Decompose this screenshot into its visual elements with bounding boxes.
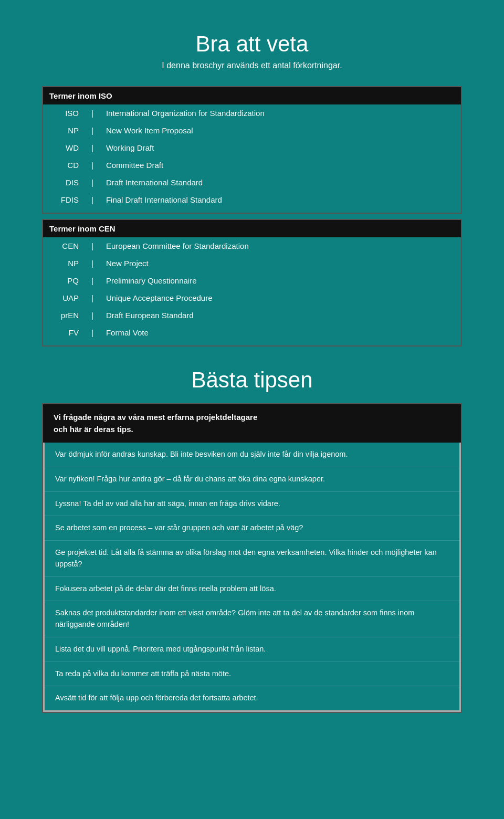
table-row: DIS | Draft International Standard bbox=[43, 174, 461, 191]
tip-item-2: Var nyfiken! Fråga hur andra gör – då få… bbox=[45, 467, 459, 492]
tips-section: Bästa tipsen Vi frågade några av våra me… bbox=[42, 368, 462, 713]
iso-terms-table: Termer inom ISO ISO | International Orga… bbox=[43, 87, 461, 208]
cen-table-header: Termer inom CEN bbox=[43, 220, 461, 237]
iso-abbr-wd: WD bbox=[43, 139, 85, 156]
cen-def-pren: Draft European Standard bbox=[100, 307, 461, 324]
page-title: Bra att veta bbox=[42, 32, 462, 57]
iso-abbr-fdis: FDIS bbox=[43, 191, 85, 208]
cen-terms-section: Termer inom CEN CEN | European Committee… bbox=[42, 219, 462, 346]
tip-item-7: Saknas det produktstandarder inom ett vi… bbox=[45, 601, 459, 637]
cen-abbr-fv: FV bbox=[43, 324, 85, 341]
iso-table-header: Termer inom ISO bbox=[43, 87, 461, 104]
iso-terms-section: Termer inom ISO ISO | International Orga… bbox=[42, 86, 462, 214]
tip-item-10: Avsätt tid för att följa upp och förbere… bbox=[45, 686, 459, 710]
table-row: NP | New Project bbox=[43, 255, 461, 272]
iso-def-wd: Working Draft bbox=[100, 139, 461, 156]
iso-abbr-iso: ISO bbox=[43, 104, 85, 122]
iso-def-np: New Work Item Proposal bbox=[100, 122, 461, 139]
tips-box: Vi frågade några av våra mest erfarna pr… bbox=[42, 403, 462, 713]
table-row: UAP | Unique Acceptance Procedure bbox=[43, 289, 461, 307]
iso-def-fdis: Final Draft International Standard bbox=[100, 191, 461, 208]
cen-abbr-cen: CEN bbox=[43, 237, 85, 255]
table-row: WD | Working Draft bbox=[43, 139, 461, 156]
tip-item-9: Ta reda på vilka du kommer att träffa på… bbox=[45, 662, 459, 687]
cen-abbr-np: NP bbox=[43, 255, 85, 272]
table-row: PQ | Preliminary Questionnaire bbox=[43, 272, 461, 289]
page-wrapper: Bra att veta I denna broschyr används et… bbox=[0, 0, 504, 744]
cen-terms-table: Termer inom CEN CEN | European Committee… bbox=[43, 220, 461, 341]
cen-def-pq: Preliminary Questionnaire bbox=[100, 272, 461, 289]
table-row: FV | Formal Vote bbox=[43, 324, 461, 341]
cen-abbr-pren: prEN bbox=[43, 307, 85, 324]
tips-content: Var ödmjuk inför andras kunskap. Bli int… bbox=[43, 443, 461, 712]
iso-def-iso: International Organization for Standardi… bbox=[100, 104, 461, 122]
table-row: FDIS | Final Draft International Standar… bbox=[43, 191, 461, 208]
cen-def-fv: Formal Vote bbox=[100, 324, 461, 341]
table-row: NP | New Work Item Proposal bbox=[43, 122, 461, 139]
table-row: CEN | European Committee for Standardiza… bbox=[43, 237, 461, 255]
header-section: Bra att veta I denna broschyr används et… bbox=[42, 32, 462, 70]
tip-item-5: Ge projektet tid. Låt alla få stämma av … bbox=[45, 541, 459, 577]
iso-abbr-cd: CD bbox=[43, 156, 85, 174]
tips-title: Bästa tipsen bbox=[42, 368, 462, 393]
tip-item-8: Lista det du vill uppnå. Prioritera med … bbox=[45, 637, 459, 662]
iso-def-dis: Draft International Standard bbox=[100, 174, 461, 191]
iso-abbr-dis: DIS bbox=[43, 174, 85, 191]
table-row: ISO | International Organization for Sta… bbox=[43, 104, 461, 122]
cen-abbr-uap: UAP bbox=[43, 289, 85, 307]
table-row: CD | Committee Draft bbox=[43, 156, 461, 174]
tip-item-3: Lyssna! Ta del av vad alla har att säga,… bbox=[45, 492, 459, 517]
table-row: prEN | Draft European Standard bbox=[43, 307, 461, 324]
iso-def-cd: Committee Draft bbox=[100, 156, 461, 174]
page-subtitle: I denna broschyr används ett antal förko… bbox=[42, 61, 462, 70]
tip-item-4: Se arbetet som en process – var står gru… bbox=[45, 516, 459, 541]
cen-def-np: New Project bbox=[100, 255, 461, 272]
cen-abbr-pq: PQ bbox=[43, 272, 85, 289]
tip-item-6: Fokusera arbetet på de delar där det fin… bbox=[45, 577, 459, 602]
cen-def-uap: Unique Acceptance Procedure bbox=[100, 289, 461, 307]
tip-item-1: Var ödmjuk inför andras kunskap. Bli int… bbox=[45, 443, 459, 467]
cen-def-cen: European Committee for Standardization bbox=[100, 237, 461, 255]
tips-header: Vi frågade några av våra mest erfarna pr… bbox=[43, 404, 461, 443]
iso-abbr-np: NP bbox=[43, 122, 85, 139]
